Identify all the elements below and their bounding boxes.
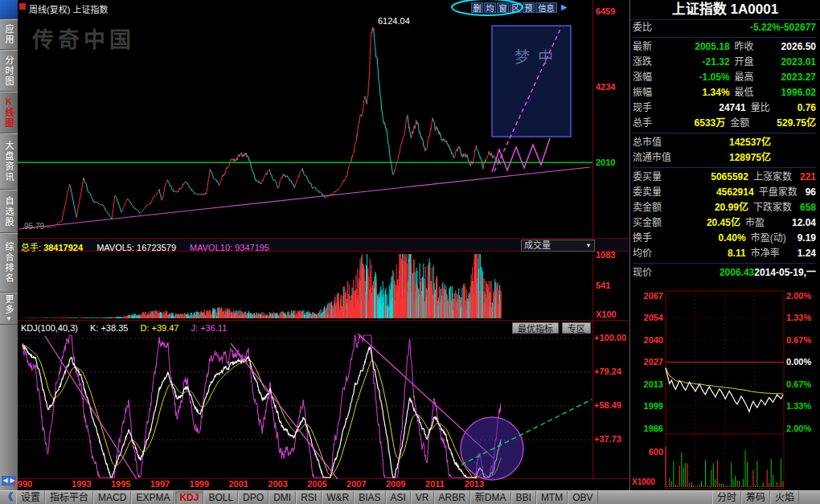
quote-value: 2005.18 — [674, 39, 730, 55]
x-axis-year: 1997 — [146, 479, 174, 489]
app-window: 应用 分时图 K线图 大盘资讯 自选股 综合排名 更多▼ ◀▶ 周线(复权) 上… — [0, 0, 820, 504]
quote-label: 委比 — [633, 20, 674, 35]
quote-label: 均价 — [633, 246, 674, 261]
divider — [633, 167, 816, 168]
panel-tab-火焰[interactable]: 火焰 — [770, 491, 799, 504]
quote-row: 委买量5065592上涨家数221 — [633, 170, 816, 185]
quote-row: 买金额20.45亿市盈12.04 — [633, 215, 816, 231]
kdj-axis-label: +58.49 — [594, 400, 621, 410]
quote-value: 658 — [800, 200, 816, 215]
zone-panel-button[interactable]: 专区 — [562, 322, 591, 334]
ma-toggle-button[interactable]: 均 — [484, 2, 496, 13]
info-button[interactable]: 信息 — [535, 2, 557, 13]
volume-header-text: 总手: 38417924 MAVOL5: 16723579 MAVOL10: 9… — [21, 240, 269, 253]
quote-value: 6533万 — [674, 116, 725, 131]
window-layout-button[interactable]: 窗 — [497, 2, 509, 13]
minute-y-axis-label: 2027 — [630, 357, 663, 367]
chevron-down-icon: ▼ — [6, 315, 13, 324]
sidebar-item-market-news[interactable]: 大盘资讯 — [0, 133, 18, 190]
volume-axis-unit: X100 — [596, 309, 617, 319]
scroll-right-icon[interactable]: ▶ — [561, 2, 568, 11]
quote-label: 最新 — [633, 39, 674, 55]
quote-label: 量比 — [746, 100, 797, 116]
toolbar-item-设置[interactable]: 设置 — [16, 491, 45, 504]
toolbar-item-VR[interactable]: VR — [411, 491, 434, 504]
kdj-header-text: KDJ(100,40,3) K: +38.35 D: +39.47 J: +36… — [21, 323, 227, 333]
chart-period-header: 周线(复权) 上证指数 — [29, 2, 108, 15]
quote-value: 142537亿 — [674, 135, 771, 150]
kdj-axis-label: +100.00 — [594, 333, 626, 342]
minute-pct-axis-label: 1.33% — [786, 313, 811, 322]
quote-label: 最低 — [730, 85, 781, 100]
quote-row: 总市值142537亿 — [633, 135, 816, 150]
sidebar-item-watchlist[interactable]: 自选股 — [0, 190, 18, 233]
instrument-title: 上证指数 1A0001 — [630, 2, 820, 18]
quote-value: 128975亿 — [674, 150, 771, 166]
toolbar-item-W&R[interactable]: W&R — [322, 491, 354, 504]
quote-row: 现手24741量比0.76 — [633, 100, 816, 116]
quote-label: 昨收 — [730, 39, 781, 55]
panel-tabs: 分时筹码火焰 — [712, 491, 799, 504]
toolbar-item-ARBR[interactable]: ARBR — [434, 491, 470, 504]
minute-pct-axis-label: 0.67% — [786, 335, 811, 345]
toolbar-item-RSI[interactable]: RSI — [296, 491, 322, 504]
toolbar-item-OBV[interactable]: OBV — [568, 491, 597, 504]
min-value-label: 95.79 — [24, 222, 44, 231]
toolbar-item-新DMA[interactable]: 新DMA — [470, 491, 511, 504]
kdj-j-value: J: +36.11 — [191, 323, 228, 333]
panel-tab-筹码[interactable]: 筹码 — [741, 491, 770, 504]
toolbar-item-DMI[interactable]: DMI — [269, 491, 296, 504]
chevron-down-icon: ▼ — [585, 240, 592, 251]
volume-axis-label: 1083 — [596, 250, 615, 260]
toolbar-item-BIAS[interactable]: BIAS — [354, 491, 385, 504]
delete-drawing-button[interactable]: 删 — [471, 2, 483, 13]
quote-label: 换手 — [633, 231, 674, 246]
toolbar-item-MTM[interactable]: MTM — [536, 491, 568, 504]
divider — [633, 37, 816, 38]
kdj-pane[interactable] — [18, 335, 592, 478]
zone-button[interactable]: 区 — [510, 2, 522, 13]
minute-pct-axis-label: 0.00% — [786, 357, 811, 367]
quote-label: 下跌家数 — [748, 200, 800, 215]
quote-label: 总手 — [633, 116, 674, 131]
toolbar-item-BBI[interactable]: BBI — [511, 491, 536, 504]
best-indicator-button[interactable]: 最优指标 — [512, 322, 559, 334]
sidebar-item-minute-chart[interactable]: 分时图 — [0, 50, 18, 92]
toolbar-item-KDJ[interactable]: KDJ — [174, 491, 203, 504]
quote-label: 委买量 — [633, 170, 674, 185]
toolbar-item-指标平台[interactable]: 指标平台 — [45, 491, 93, 504]
sidebar-item-apps[interactable]: 应用 — [0, 19, 18, 50]
quote-row: 总手6533万金额529.75亿 — [633, 116, 816, 131]
sidebar-item-more[interactable]: 更多▼ — [0, 293, 18, 325]
spacer — [771, 135, 816, 150]
forecast-button[interactable]: 预 — [523, 2, 535, 13]
indicator-selector[interactable]: 成交量 ▼ — [521, 240, 595, 252]
toolbar-item-ASI[interactable]: ASI — [386, 491, 411, 504]
quote-value: 221 — [800, 170, 816, 185]
volume-axis-label: 541 — [596, 281, 610, 290]
minute-y-axis-label: 2054 — [630, 313, 663, 322]
toolbar-item-BOLL[interactable]: BOLL — [203, 491, 238, 504]
quote-value: 0.40% — [674, 231, 746, 246]
quote-value: 2023.01 — [781, 55, 816, 70]
sidebar-item-ranking[interactable]: 综合排名 — [0, 233, 18, 293]
toolbar-item-EXPMA[interactable]: EXPMA — [131, 491, 174, 504]
toolbar-item-MACD[interactable]: MACD — [93, 491, 131, 504]
minute-volume-axis-label: 600 — [630, 447, 663, 457]
quote-value: 2006.43 — [674, 265, 754, 281]
x-axis-year: 2001 — [225, 479, 252, 489]
scroll-left-icon[interactable]: ◀ — [2, 476, 9, 486]
quote-label: 现手 — [633, 100, 674, 116]
minute-volume-unit: X1000 — [632, 477, 655, 486]
volume-pane[interactable] — [18, 252, 592, 320]
app-logo[interactable] — [0, 0, 18, 19]
toolbar-item-DPO[interactable]: DPO — [238, 491, 269, 504]
panel-tab-分时[interactable]: 分时 — [712, 491, 741, 504]
x-axis-year: 2003 — [264, 479, 292, 489]
kdj-axis-label: +37.73 — [594, 434, 621, 444]
sidebar-item-label: 更多 — [2, 294, 15, 315]
minute-pct-axis-label: 2.00% — [786, 424, 811, 433]
sidebar-item-kline-chart[interactable]: K线图 — [0, 92, 18, 133]
quote-value: 96 — [806, 185, 816, 200]
collapse-toolbar-icon[interactable]: 《 — [0, 491, 16, 504]
